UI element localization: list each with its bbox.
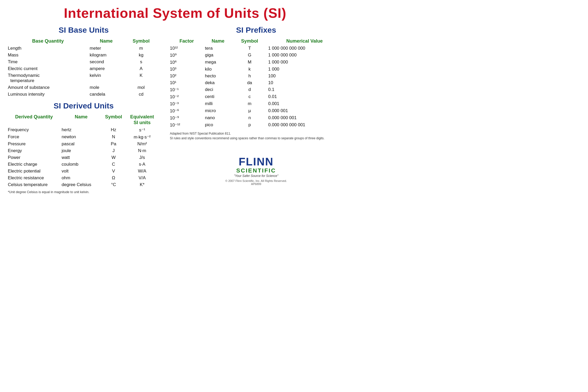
prefix-name: deka <box>205 79 233 86</box>
table-row: ForcenewtonNm·kg·s⁻² <box>8 134 159 141</box>
derived-quantity: Celsius temperature <box>8 181 62 188</box>
table-row: 10³kilok1 000 <box>170 66 342 73</box>
derived-equiv: J/s <box>126 154 159 161</box>
base-name: meter <box>90 45 124 52</box>
derived-col-symbol: Symbol <box>102 113 126 126</box>
derived-equiv: W/A <box>126 168 159 175</box>
prefix-factor: 10⁻⁹ <box>170 114 205 122</box>
prefix-value: 0.001 <box>268 100 342 107</box>
footnote-si-rules: SI rules and style conventions recommend… <box>170 136 342 141</box>
logo-scientific: SCIENTIFIC <box>170 167 342 174</box>
base-symbol: m <box>124 45 159 52</box>
table-row: Electric currentampereA <box>8 65 159 72</box>
logo-area: FLINN SCIENTIFIC "Your Safer Source for … <box>170 156 342 186</box>
derived-name: degree Celsius <box>62 181 102 188</box>
derived-quantity: Energy <box>8 147 62 154</box>
prefix-name: hecto <box>205 73 233 79</box>
derived-col-quantity: Derived Quantity <box>8 113 62 126</box>
table-row: Amount of substancemolemol <box>8 84 159 91</box>
base-name: second <box>90 59 124 65</box>
table-row: PowerwattWJ/s <box>8 154 159 161</box>
prefix-value: 10 <box>268 79 342 86</box>
prefix-factor: 10³ <box>170 66 205 73</box>
table-row: Luminous intensitycandelacd <box>8 91 159 98</box>
derived-units-table: Derived Quantity Name Symbol EquivalentS… <box>8 113 159 188</box>
derived-name: coulomb <box>62 161 102 168</box>
base-quantity: Thermodynamic temperature <box>8 72 90 84</box>
prefix-symbol: G <box>233 52 268 59</box>
table-row: 10⁻⁶microµ0.000 001 <box>170 107 342 114</box>
prefix-factor: 10⁻³ <box>170 100 205 107</box>
table-row: 10¹²teraT1 000 000 000 000 <box>170 45 342 52</box>
table-row: EnergyjouleJN·m <box>8 147 159 154</box>
prefix-col-name: Name <box>205 38 233 45</box>
base-name: mole <box>90 84 124 91</box>
base-col-quantity: Base Quantity <box>8 38 90 45</box>
base-quantity: Electric current <box>8 65 90 72</box>
page-title: International System of Units (SI) <box>8 5 342 21</box>
derived-equiv: V/A <box>126 175 159 181</box>
prefix-value: 1 000 000 000 000 <box>268 45 342 52</box>
prefix-symbol: T <box>233 45 268 52</box>
prefix-col-symbol: Symbol <box>233 38 268 45</box>
table-row: 10⁻¹²picop0.000 000 000 001 <box>170 122 342 129</box>
prefix-factor: 10⁻⁶ <box>170 107 205 114</box>
prefix-symbol: h <box>233 73 268 79</box>
table-row: 10⁻²centic0.01 <box>170 93 342 100</box>
prefix-symbol: µ <box>233 107 268 114</box>
table-row: 10⁹gigaG1 000 000 000 <box>170 52 342 59</box>
derived-equiv: s⁻¹ <box>126 126 159 134</box>
derived-name: volt <box>62 168 102 175</box>
base-symbol: K <box>124 72 159 84</box>
derived-name: pascal <box>62 141 102 147</box>
derived-symbol: J <box>102 147 126 154</box>
base-quantity: Amount of substance <box>8 84 90 91</box>
base-quantity: Length <box>8 45 90 52</box>
derived-symbol: N <box>102 134 126 141</box>
prefix-symbol: k <box>233 66 268 73</box>
derived-name: ohm <box>62 175 102 181</box>
prefix-factor: 10¹ <box>170 79 205 86</box>
prefixes-title: SI Prefixes <box>170 26 342 34</box>
base-name: kelvin <box>90 72 124 84</box>
prefix-name: milli <box>205 100 233 107</box>
footnotes-area: Adapted from NIST Special Publication 81… <box>170 131 342 141</box>
prefix-col-value: Numerical Value <box>268 38 342 45</box>
prefixes-table: Factor Name Symbol Numerical Value 10¹²t… <box>170 38 342 129</box>
prefix-symbol: n <box>233 114 268 122</box>
footnote-adapted: Adapted from NIST Special Publication 81… <box>170 131 342 136</box>
derived-col-equiv: EquivalentSI units <box>126 113 159 126</box>
table-row: Lengthmeterm <box>8 45 159 52</box>
derived-symbol: V <box>102 168 126 175</box>
derived-quantity: Power <box>8 154 62 161</box>
derived-name: newton <box>62 134 102 141</box>
derived-equiv: m·kg·s⁻² <box>126 134 159 141</box>
prefix-factor: 10¹² <box>170 45 205 52</box>
derived-symbol: Hz <box>102 126 126 134</box>
prefix-value: 1 000 000 <box>268 59 342 66</box>
left-column: SI Base Units Base Quantity Name Symbol … <box>8 26 159 194</box>
derived-quantity: Force <box>8 134 62 141</box>
base-quantity: Mass <box>8 52 90 59</box>
prefix-name: giga <box>205 52 233 59</box>
prefix-name: centi <box>205 93 233 100</box>
base-symbol: mol <box>124 84 159 91</box>
table-row: 10⁶megaM1 000 000 <box>170 59 342 66</box>
table-row: 10⁻³millim0.001 <box>170 100 342 107</box>
prefix-factor: 10⁹ <box>170 52 205 59</box>
prefix-symbol: M <box>233 59 268 66</box>
derived-symbol: W <box>102 154 126 161</box>
table-row: 10²hectoh100 <box>170 73 342 79</box>
prefix-symbol: p <box>233 122 268 129</box>
base-symbol: cd <box>124 91 159 98</box>
derived-equiv: K* <box>126 181 159 188</box>
derived-quantity: Frequency <box>8 126 62 134</box>
table-row: Electric resistanceohmΩV/A <box>8 175 159 181</box>
table-row: 10¹dekada10 <box>170 79 342 86</box>
derived-name: hertz <box>62 126 102 134</box>
prefix-name: nano <box>205 114 233 122</box>
derived-equiv: N/m² <box>126 141 159 147</box>
logo-flinn: FLINN <box>170 156 342 167</box>
table-row: Thermodynamic temperaturekelvinK <box>8 72 159 84</box>
derived-symbol: C <box>102 161 126 168</box>
